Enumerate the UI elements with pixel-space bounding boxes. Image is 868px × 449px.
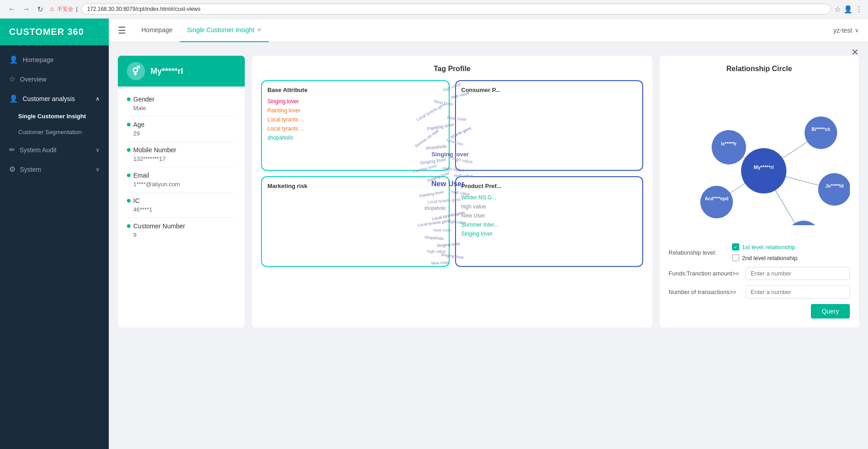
funds-row: Funds:Tranction amount>=: [669, 267, 850, 280]
profile-fields: Gender Male Age 29: [118, 87, 245, 247]
svg-text:My*****rl: My*****rl: [754, 164, 774, 170]
relationship-panel: Relationship Circle lx*****lr: [659, 56, 859, 328]
sidebar-item-system-audit[interactable]: ✏ System Audit ∨: [0, 140, 109, 159]
svg-text:lx*****lr: lx*****lr: [721, 141, 737, 146]
sidebar-item-single-customer[interactable]: Single Customer Insight: [9, 108, 109, 124]
dot-icon: [127, 123, 131, 126]
pref-summer: Summer Inter...: [461, 220, 637, 229]
sidebar-item-label: System: [20, 166, 41, 173]
sidebar: CUSTOMER 360 👤 Homepage ☆ Overview 👤 Cus…: [0, 19, 109, 449]
tab-label: Single Customer Insight: [187, 26, 255, 34]
field-value-mobile: 132*******17: [127, 154, 236, 162]
tag-profile-title: Tag Profile: [261, 65, 643, 73]
back-button[interactable]: ←: [5, 4, 18, 14]
relationship-circle-area: lx*****lr Bi*****ch Ju*****ld lc*****pc …: [669, 80, 850, 236]
transactions-input[interactable]: [746, 285, 850, 299]
pref-winter: Winter NS G...: [461, 193, 637, 202]
level1-label: 1st level relationship: [742, 244, 795, 251]
funds-label: Funds:Tranction amount>=: [669, 270, 741, 277]
field-label-age: Age: [127, 121, 236, 128]
sidebar-navigation: 👤 Homepage ☆ Overview 👤 Customer analysi…: [0, 45, 109, 449]
chevron-down-icon: ∨: [96, 166, 100, 173]
avatar: ⚥: [127, 62, 145, 80]
consumer-preference-card: Consumer P...: [455, 80, 644, 171]
dot-icon: [127, 174, 131, 177]
product-preference-card: Product Pref... Winter NS G... high valu…: [455, 176, 644, 267]
nav-buttons[interactable]: ← → ↻: [5, 4, 46, 14]
svg-text:Bi*****ch: Bi*****ch: [811, 127, 830, 132]
consumer-preference-title: Consumer P...: [461, 87, 637, 93]
panel-area: ✕ ⚥ My*****rl Gender: [109, 42, 868, 449]
marketing-risk-title: Marketing risk: [267, 183, 443, 189]
level1-checkbox-item[interactable]: ✓ 1st level relationship: [732, 243, 797, 251]
level1-checkbox[interactable]: ✓: [732, 243, 739, 251]
level2-checkbox[interactable]: [732, 254, 739, 261]
relationship-level-label: Relationship level:: [669, 249, 727, 256]
dot-icon: [127, 148, 131, 152]
star-icon: ☆: [9, 75, 15, 83]
sidebar-item-label: Overview: [20, 76, 46, 83]
user-name: yz-test: [834, 27, 852, 34]
sidebar-item-label: Customer analysis: [23, 95, 75, 102]
browser-icons: ☆ 👤 ⋮: [834, 5, 863, 14]
level2-label: 2nd level relationship: [742, 255, 797, 261]
tag-shopaholic: shopaholic: [267, 133, 443, 142]
funds-input[interactable]: [746, 267, 850, 280]
svg-point-42: [786, 221, 821, 225]
forward-button[interactable]: →: [20, 4, 33, 14]
pref-high-value: high value: [461, 202, 637, 211]
user-icon: 👤: [9, 55, 18, 64]
transactions-label: Number of transactions>=: [669, 289, 741, 295]
field-value-ic: 46****1: [127, 204, 236, 213]
browser-chrome: ← → ↻ ⚠不安全| 172.168.30.30:8079/cpt/index…: [0, 0, 868, 19]
svg-text:Ju*****ld: Ju*****ld: [825, 183, 844, 188]
field-label-gender: Gender: [127, 96, 236, 103]
sidebar-item-system[interactable]: ⚙ System ∨: [0, 159, 109, 179]
field-ic: IC 46****1: [127, 193, 236, 218]
sidebar-item-customer-analysis[interactable]: 👤 Customer analysis ∧: [0, 89, 109, 108]
sidebar-item-homepage[interactable]: 👤 Homepage: [0, 50, 109, 69]
relationship-svg: lx*****lr Bi*****ch Ju*****ld lc*****pc …: [669, 80, 850, 225]
tag-singing-lover: Singing lover: [267, 97, 443, 106]
level2-checkbox-item[interactable]: 2nd level relationship: [732, 254, 797, 261]
top-bar: ☰ Homepage Single Customer Insight ✕ yz-…: [109, 19, 868, 42]
svg-point-38: [805, 116, 837, 149]
relationship-title: Relationship Circle: [669, 65, 850, 73]
tag-local-tyrants-2: Local tyrants ...: [267, 124, 443, 133]
query-button[interactable]: Query: [811, 304, 850, 319]
field-email: Email 1****@aliyun.com: [127, 167, 236, 193]
sidebar-sub-menu: Single Customer Insight Customer Segment…: [0, 108, 109, 140]
tab-single-customer[interactable]: Single Customer Insight ✕: [180, 19, 269, 42]
menu-icon[interactable]: ⋮: [855, 5, 863, 14]
profile-header: ⚥ My*****rl: [118, 56, 245, 87]
person-icon: 👤: [9, 94, 18, 103]
field-label-ic: IC: [127, 197, 236, 204]
marketing-risk-card: Marketing risk: [261, 176, 450, 267]
field-value-gender: Male: [127, 103, 236, 111]
address-bar[interactable]: 172.168.30.30:8079/cpt/index.html#/cust-…: [81, 4, 831, 14]
field-gender: Gender Male: [127, 91, 236, 116]
svg-point-46: [741, 148, 786, 193]
field-label-email: Email: [127, 172, 236, 179]
reload-button[interactable]: ↻: [34, 4, 46, 14]
tab-close-icon[interactable]: ✕: [257, 27, 262, 33]
tab-homepage[interactable]: Homepage: [134, 19, 180, 42]
customer-profile-panel: ⚥ My*****rl Gender Male: [118, 56, 245, 328]
profile-icon[interactable]: 👤: [844, 5, 853, 14]
sidebar-item-customer-segmentation[interactable]: Customer Segmentation: [9, 124, 109, 140]
profile-name: My*****rl: [150, 67, 183, 76]
field-label-mobile: Mobile Number: [127, 146, 236, 154]
product-preference-title: Product Pref...: [461, 183, 637, 189]
panel-close-button[interactable]: ✕: [851, 47, 859, 58]
chevron-up-icon: ∧: [96, 96, 100, 102]
top-bar-left: ☰ Homepage Single Customer Insight ✕: [118, 19, 269, 42]
sidebar-item-overview[interactable]: ☆ Overview: [0, 69, 109, 89]
sidebar-item-label: System Audit: [19, 146, 57, 154]
top-bar-right: yz-test ∨: [834, 27, 859, 34]
dot-icon: [127, 224, 131, 228]
gear-icon: ⚙: [9, 165, 15, 174]
tag-painting-lover: Painting lover: [267, 106, 443, 115]
hamburger-icon[interactable]: ☰: [118, 25, 126, 36]
dropdown-arrow-icon[interactable]: ∨: [855, 27, 859, 34]
bookmark-icon[interactable]: ☆: [834, 5, 841, 14]
